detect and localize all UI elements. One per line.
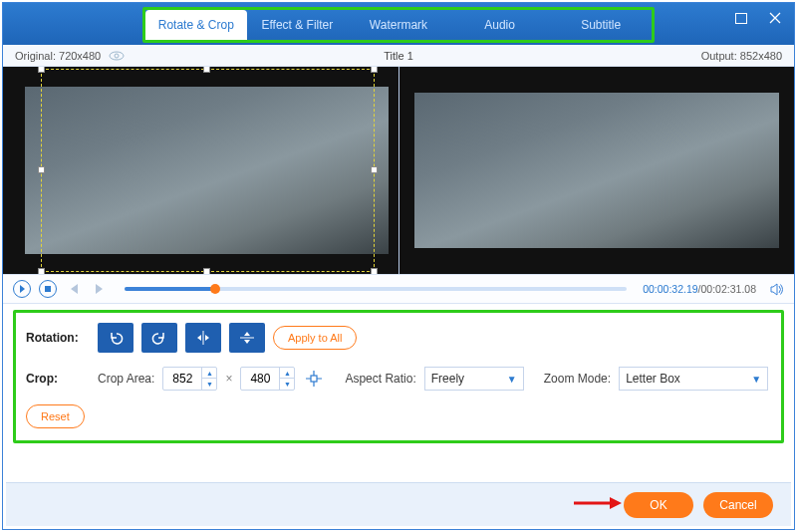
playback-bar: 00:00:32.19/00:02:31.08 bbox=[3, 274, 794, 304]
original-dimensions: Original: 720x480 bbox=[15, 50, 101, 62]
crop-handle[interactable] bbox=[203, 268, 210, 274]
play-button[interactable] bbox=[13, 280, 31, 298]
next-frame-button[interactable] bbox=[91, 280, 109, 298]
editor-panel: Rotation: Apply to All Crop: Crop Area: … bbox=[13, 310, 784, 443]
dimension-multiply-icon: × bbox=[225, 372, 232, 386]
chevron-down-icon: ▼ bbox=[507, 374, 517, 385]
rotate-right-button[interactable] bbox=[141, 323, 177, 353]
flip-vertical-icon bbox=[239, 330, 255, 346]
output-video-frame bbox=[414, 93, 780, 248]
media-title: Title 1 bbox=[384, 50, 413, 62]
spinner-down-icon[interactable]: ▼ bbox=[280, 379, 294, 390]
spinner-up-icon[interactable]: ▲ bbox=[280, 368, 294, 379]
crop-handle[interactable] bbox=[371, 268, 378, 274]
apply-to-all-button[interactable]: Apply to All bbox=[273, 326, 357, 350]
output-preview bbox=[399, 67, 795, 274]
crop-rectangle[interactable] bbox=[41, 69, 375, 272]
center-crop-button[interactable] bbox=[303, 368, 325, 390]
play-icon bbox=[20, 285, 25, 293]
close-button[interactable] bbox=[766, 9, 784, 27]
crop-width-spinner[interactable]: ▲▼ bbox=[162, 367, 217, 391]
total-time: /00:02:31.08 bbox=[698, 283, 756, 295]
flip-horizontal-button[interactable] bbox=[185, 323, 221, 353]
original-preview[interactable] bbox=[3, 67, 399, 274]
zoom-mode-label: Zoom Mode: bbox=[544, 372, 611, 386]
crop-height-input[interactable] bbox=[241, 372, 279, 386]
crop-label: Crop: bbox=[26, 372, 90, 386]
cancel-button[interactable]: Cancel bbox=[703, 492, 773, 518]
spinner-down-icon[interactable]: ▼ bbox=[202, 379, 216, 390]
visibility-icon[interactable] bbox=[109, 51, 125, 61]
seek-slider[interactable] bbox=[125, 287, 627, 291]
svg-point-1 bbox=[110, 52, 124, 60]
crop-area-label: Crop Area: bbox=[98, 372, 154, 386]
svg-rect-3 bbox=[311, 376, 317, 382]
prev-frame-button[interactable] bbox=[65, 280, 83, 298]
ok-button[interactable]: OK bbox=[624, 492, 693, 518]
crop-handle[interactable] bbox=[203, 67, 210, 73]
svg-point-2 bbox=[115, 54, 119, 58]
seek-fill bbox=[125, 287, 215, 291]
arrow-annotation-icon bbox=[572, 494, 622, 512]
aspect-ratio-select[interactable]: Freely ▼ bbox=[424, 367, 524, 391]
rotate-left-button[interactable] bbox=[98, 323, 133, 353]
rotate-right-icon bbox=[151, 330, 167, 346]
stop-button[interactable] bbox=[39, 280, 57, 298]
volume-icon[interactable] bbox=[770, 283, 784, 296]
reset-button[interactable]: Reset bbox=[26, 404, 85, 428]
info-bar: Original: 720x480 Title 1 Output: 852x48… bbox=[3, 45, 794, 67]
preview-area bbox=[3, 67, 794, 274]
rotation-label: Rotation: bbox=[26, 331, 90, 345]
zoom-mode-select[interactable]: Letter Box ▼ bbox=[619, 367, 768, 391]
crop-height-spinner[interactable]: ▲▼ bbox=[240, 367, 295, 391]
tab-effect-filter[interactable]: Effect & Filter bbox=[247, 10, 349, 40]
time-display: 00:00:32.19/00:02:31.08 bbox=[643, 283, 756, 295]
output-dimensions: Output: 852x480 bbox=[701, 50, 782, 62]
current-time: 00:00:32.19 bbox=[643, 283, 697, 295]
svg-rect-0 bbox=[736, 13, 747, 23]
aspect-ratio-label: Aspect Ratio: bbox=[345, 372, 415, 386]
tab-watermark[interactable]: Watermark bbox=[348, 10, 449, 40]
crop-width-input[interactable] bbox=[163, 372, 201, 386]
crop-handle[interactable] bbox=[38, 67, 45, 73]
crosshair-icon bbox=[305, 370, 323, 388]
crop-handle[interactable] bbox=[371, 67, 378, 73]
seek-thumb[interactable] bbox=[210, 284, 220, 294]
footer-bar: OK Cancel bbox=[6, 482, 791, 526]
crop-handle[interactable] bbox=[38, 166, 45, 173]
chevron-down-icon: ▼ bbox=[751, 374, 761, 385]
crop-handle[interactable] bbox=[38, 268, 45, 274]
tabs-container: Rotate & Crop Effect & Filter Watermark … bbox=[142, 7, 655, 43]
flip-vertical-button[interactable] bbox=[229, 323, 265, 353]
maximize-button[interactable] bbox=[732, 9, 750, 27]
tab-audio[interactable]: Audio bbox=[449, 10, 551, 40]
tab-subtitle[interactable]: Subtitle bbox=[550, 10, 652, 40]
stop-icon bbox=[45, 286, 51, 292]
rotate-left-icon bbox=[108, 330, 124, 346]
zoom-mode-value: Letter Box bbox=[626, 372, 680, 386]
spinner-up-icon[interactable]: ▲ bbox=[202, 368, 216, 379]
titlebar: Rotate & Crop Effect & Filter Watermark … bbox=[3, 3, 794, 45]
flip-horizontal-icon bbox=[195, 330, 211, 346]
crop-handle[interactable] bbox=[371, 166, 378, 173]
tab-rotate-crop[interactable]: Rotate & Crop bbox=[145, 10, 247, 40]
svg-marker-5 bbox=[610, 497, 622, 509]
aspect-ratio-value: Freely bbox=[431, 372, 464, 386]
